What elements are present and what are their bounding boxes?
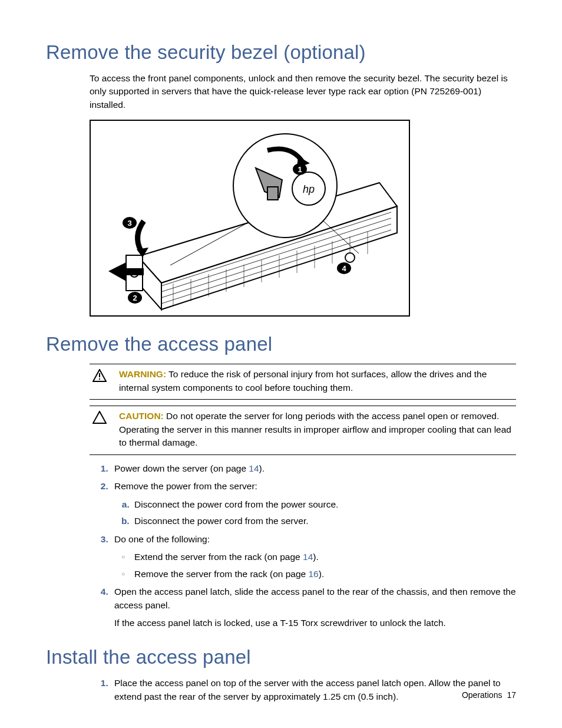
- svg-marker-42: [93, 411, 106, 423]
- svg-text:2: 2: [133, 294, 137, 302]
- steps-remove-access-panel: Power down the server (on page 14). Remo…: [90, 462, 516, 630]
- heading-remove-access-panel: Remove the access panel: [46, 333, 516, 355]
- step-3-opt1: Extend the server from the rack (on page…: [132, 551, 516, 564]
- paragraph-bezel-intro: To access the front panel components, un…: [90, 72, 516, 111]
- svg-rect-41: [99, 378, 100, 380]
- caution-icon: [90, 410, 110, 449]
- page-link-14b[interactable]: 14: [303, 552, 313, 562]
- page-footer: Operations17: [462, 690, 516, 700]
- document-page: Remove the security bezel (optional) To …: [0, 0, 562, 728]
- callout-3: 3: [123, 217, 137, 229]
- step-4: Open the access panel latch, slide the a…: [111, 585, 516, 630]
- warning-icon: [90, 368, 110, 394]
- warning-text: WARNING: To reduce the risk of personal …: [119, 368, 516, 394]
- substeps-2: Disconnect the power cord from the power…: [114, 498, 516, 528]
- warning-admonition: WARNING: To reduce the risk of personal …: [90, 364, 516, 400]
- step-1: Power down the server (on page 14).: [111, 462, 516, 475]
- warning-body: To reduce the risk of personal injury fr…: [119, 369, 487, 392]
- svg-rect-27: [267, 187, 278, 200]
- callout-1: 1: [293, 163, 307, 175]
- caution-text: CAUTION: Do not operate the server for l…: [119, 410, 516, 449]
- svg-text:1: 1: [297, 165, 302, 174]
- caution-label: CAUTION:: [119, 411, 164, 421]
- footer-page-number: 17: [507, 690, 516, 700]
- caution-admonition: CAUTION: Do not operate the server for l…: [90, 406, 516, 454]
- svg-rect-40: [99, 373, 100, 377]
- bezel-diagram-svg: hp 1 2 3: [91, 121, 409, 315]
- svg-text:4: 4: [342, 264, 346, 273]
- options-3: Extend the server from the rack (on page…: [114, 551, 516, 581]
- step-4-note: If the access panel latch is locked, use…: [114, 617, 516, 630]
- step-2b: Disconnect the power cord from the serve…: [132, 515, 516, 528]
- figure-security-bezel: hp 1 2 3: [90, 120, 410, 317]
- svg-text:3: 3: [127, 219, 131, 228]
- callout-2: 2: [128, 292, 142, 304]
- step-3-opt2: Remove the server from the rack (on page…: [132, 568, 516, 581]
- caution-body: Do not operate the server for long perio…: [119, 411, 511, 447]
- callout-4: 4: [337, 262, 351, 274]
- heading-install-access-panel: Install the access panel: [46, 646, 516, 668]
- step-3: Do one of the following: Extend the serv…: [111, 533, 516, 581]
- hp-logo-text: hp: [303, 183, 315, 195]
- svg-point-19: [345, 253, 355, 262]
- page-link-16[interactable]: 16: [309, 569, 319, 579]
- warning-label: WARNING:: [119, 369, 166, 379]
- install-step-1: Place the access panel on top of the ser…: [111, 677, 516, 703]
- step-2a: Disconnect the power cord from the power…: [132, 498, 516, 511]
- heading-remove-security-bezel: Remove the security bezel (optional): [46, 41, 516, 64]
- page-link-14a[interactable]: 14: [249, 463, 259, 473]
- step-2: Remove the power from the server: Discon…: [111, 480, 516, 528]
- footer-section: Operations: [462, 690, 502, 700]
- steps-install-access-panel: Place the access panel on top of the ser…: [90, 677, 516, 703]
